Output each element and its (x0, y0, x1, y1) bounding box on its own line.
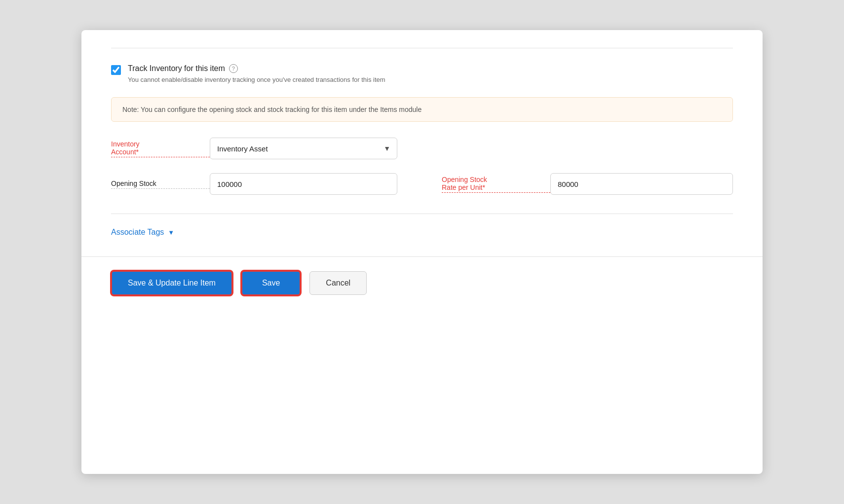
track-inventory-text: Track Inventory for this item ? You cann… (128, 64, 385, 83)
track-inventory-label: Track Inventory for this item ? (128, 64, 385, 73)
opening-stock-right: Opening StockRate per Unit* (422, 173, 733, 195)
save-button[interactable]: Save (241, 271, 301, 295)
inventory-account-select-wrapper[interactable]: Inventory Asset ▼ (210, 138, 397, 159)
associate-tags-button[interactable]: Associate Tags ▼ (111, 228, 174, 237)
help-icon[interactable]: ? (229, 64, 238, 73)
track-inventory-sub: You cannot enable/disable inventory trac… (128, 76, 385, 83)
chevron-down-icon: ▼ (168, 229, 174, 236)
modal-container: Track Inventory for this item ? You cann… (81, 30, 763, 474)
section-divider (111, 214, 733, 214)
track-inventory-checkbox[interactable] (111, 65, 121, 75)
cancel-button[interactable]: Cancel (309, 271, 367, 295)
modal-footer: Save & Update Line Item Save Cancel (81, 256, 763, 311)
inventory-account-row: InventoryAccount* Inventory Asset ▼ (111, 138, 733, 159)
opening-stock-left: Opening Stock (111, 173, 422, 195)
top-divider (111, 48, 733, 48)
associate-tags-label: Associate Tags (111, 228, 164, 237)
note-text: Note: You can configure the opening stoc… (122, 106, 422, 113)
opening-stock-input[interactable] (210, 173, 397, 195)
inventory-account-label: InventoryAccount* (111, 140, 210, 157)
opening-stock-label: Opening Stock (111, 180, 210, 189)
save-update-line-item-button[interactable]: Save & Update Line Item (111, 271, 232, 295)
opening-stock-rate-label: Opening StockRate per Unit* (442, 176, 550, 193)
modal-body: Track Inventory for this item ? You cann… (81, 30, 763, 237)
track-inventory-title: Track Inventory for this item (128, 64, 225, 73)
note-box: Note: You can configure the opening stoc… (111, 97, 733, 122)
opening-stock-rate-input[interactable] (550, 173, 733, 195)
form-section: InventoryAccount* Inventory Asset ▼ Open… (111, 138, 733, 209)
track-inventory-row: Track Inventory for this item ? You cann… (111, 64, 733, 83)
track-inventory-checkbox-wrapper[interactable] (111, 65, 121, 77)
inventory-account-select[interactable]: Inventory Asset (210, 138, 397, 159)
opening-stock-row: Opening Stock Opening StockRate per Unit… (111, 173, 733, 195)
